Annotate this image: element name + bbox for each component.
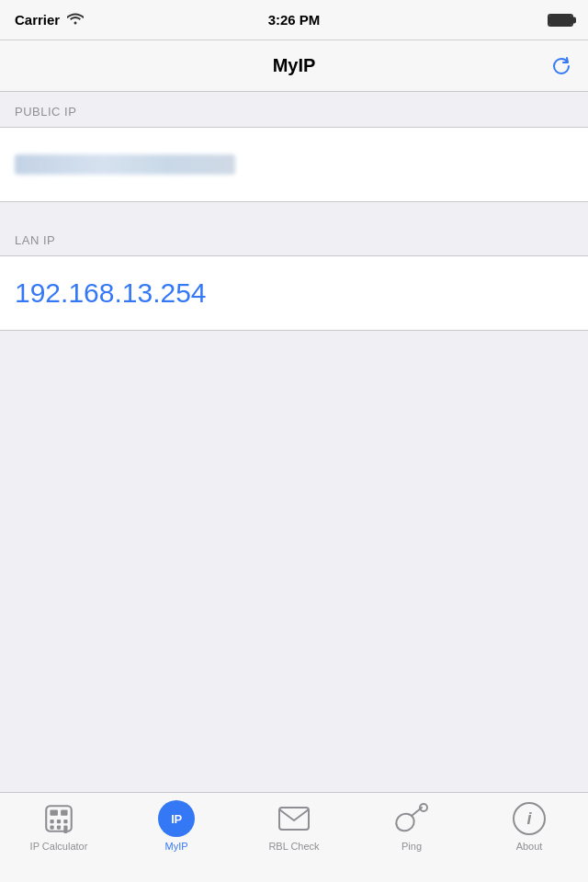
wifi-icon	[67, 12, 84, 28]
public-ip-section	[0, 127, 588, 202]
public-ip-header: PUBLIC IP	[0, 92, 588, 127]
myip-circle-icon: IP	[158, 800, 195, 837]
about-icon: i	[511, 800, 548, 837]
calculator-icon	[40, 800, 77, 837]
tab-rbl-check[interactable]: RBL Check	[239, 800, 349, 852]
tab-bar: IP Calculator IP MyIP RBL Check	[0, 792, 588, 882]
status-bar: Carrier 3:26 PM	[0, 0, 588, 40]
tab-ping[interactable]: Ping	[356, 800, 467, 852]
carrier-info: Carrier	[15, 12, 84, 28]
svg-rect-8	[61, 809, 67, 815]
svg-rect-6	[57, 825, 61, 829]
battery-indicator	[548, 14, 573, 27]
svg-rect-1	[50, 809, 57, 815]
svg-rect-4	[63, 820, 67, 823]
navigation-bar: MyIP	[0, 40, 588, 92]
battery-icon	[548, 14, 573, 27]
public-ip-label: PUBLIC IP	[15, 105, 76, 119]
nav-title: MyIP	[273, 55, 316, 76]
svg-rect-3	[57, 820, 61, 823]
ping-icon	[393, 800, 430, 837]
refresh-button[interactable]	[549, 54, 573, 78]
tab-about-label: About	[516, 841, 543, 852]
tab-myip-label: MyIP	[164, 841, 187, 852]
svg-rect-9	[279, 808, 309, 830]
tab-ip-calculator[interactable]: IP Calculator	[4, 800, 114, 852]
mail-icon	[276, 800, 312, 837]
lan-ip-cell: 192.168.13.254	[0, 256, 588, 330]
tab-rbl-check-label: RBL Check	[268, 841, 319, 852]
public-ip-value-redacted	[15, 154, 235, 175]
info-circle-icon: i	[513, 802, 546, 835]
svg-rect-5	[50, 825, 53, 829]
tab-about[interactable]: i About	[474, 800, 584, 852]
myip-icon: IP	[158, 800, 195, 837]
svg-rect-7	[63, 825, 67, 832]
lan-ip-section: 192.168.13.254	[0, 255, 588, 331]
public-ip-cell	[0, 128, 588, 201]
lan-ip-value: 192.168.13.254	[15, 277, 207, 309]
status-time: 3:26 PM	[268, 12, 321, 28]
carrier-label: Carrier	[15, 12, 60, 28]
svg-rect-2	[50, 820, 53, 823]
lan-ip-header: LAN IP	[0, 220, 588, 255]
tab-ip-calculator-label: IP Calculator	[30, 841, 88, 852]
tab-myip[interactable]: IP MyIP	[121, 800, 232, 852]
tab-ping-label: Ping	[401, 841, 422, 852]
lan-ip-label: LAN IP	[15, 233, 55, 247]
content-area: PUBLIC IP LAN IP 192.168.13.254	[0, 92, 588, 469]
content-spacer	[0, 331, 588, 469]
